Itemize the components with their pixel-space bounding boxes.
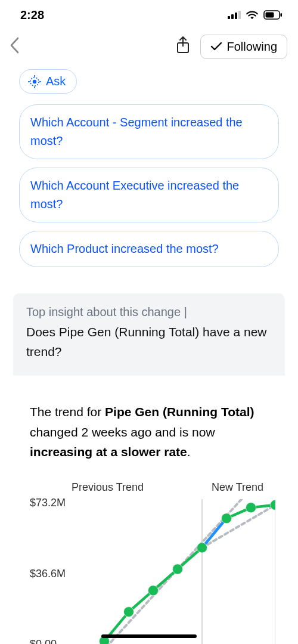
- ask-ai-icon: [28, 75, 41, 88]
- suggestion-segment[interactable]: Which Account - Segment increased the mo…: [19, 104, 279, 159]
- svg-rect-0: [228, 16, 230, 19]
- trend-text: The trend for Pipe Gen (Running Total) c…: [30, 402, 275, 462]
- cellular-icon: [228, 11, 241, 19]
- following-label: Following: [227, 40, 277, 54]
- home-indicator: [101, 634, 197, 638]
- ask-entry-button[interactable]: Ask: [19, 69, 77, 94]
- status-icons: [228, 10, 283, 20]
- back-button[interactable]: [8, 36, 21, 57]
- suggestion-ae[interactable]: Which Account Executive increased the mo…: [19, 168, 279, 222]
- svg-point-27: [221, 513, 231, 524]
- svg-point-24: [148, 586, 158, 596]
- suggestion-product[interactable]: Which Product increased the most?: [19, 231, 279, 267]
- svg-rect-1: [231, 14, 234, 19]
- svg-point-23: [123, 606, 134, 617]
- svg-rect-2: [235, 13, 237, 19]
- status-time: 2:28: [20, 8, 44, 22]
- svg-point-28: [246, 503, 256, 513]
- following-button[interactable]: Following: [200, 35, 287, 59]
- content: Ask Which Account - Segment increased th…: [0, 69, 298, 644]
- chevron-left-icon: [8, 36, 21, 54]
- ask-label: Ask: [46, 75, 66, 88]
- trend-chart: Previous Trend New Trend $73.2M $36.6M $…: [30, 481, 275, 644]
- share-icon: [175, 36, 191, 55]
- battery-icon: [263, 10, 283, 20]
- chart-plot: [80, 499, 275, 644]
- wifi-icon: [246, 10, 259, 20]
- svg-rect-3: [238, 11, 241, 19]
- y-tick-mid: $36.6M: [30, 567, 66, 580]
- svg-point-26: [197, 543, 207, 553]
- share-button[interactable]: [175, 36, 191, 57]
- y-tick-bottom: $0.00: [30, 638, 57, 644]
- svg-point-25: [172, 564, 182, 574]
- chart-label-previous-trend: Previous Trend: [72, 481, 144, 494]
- insight-question: Does Pipe Gen (Running Total) have a new…: [26, 323, 272, 361]
- svg-point-10: [33, 79, 36, 83]
- insight-card[interactable]: Top insight about this change | Does Pip…: [13, 293, 285, 376]
- checkmark-icon: [210, 42, 222, 51]
- trend-explanation: The trend for Pipe Gen (Running Total) c…: [30, 402, 275, 644]
- trend-emphasis: increasing at a slower rate: [30, 445, 187, 459]
- y-tick-top: $73.2M: [30, 497, 66, 509]
- trend-metric: Pipe Gen (Running Total): [105, 405, 254, 419]
- trend-text-mid: changed 2 weeks ago and is now: [30, 425, 215, 439]
- nav-bar: Following: [0, 30, 298, 63]
- insight-top-label: Top insight about this change |: [26, 305, 272, 319]
- chart-label-new-trend: New Trend: [212, 481, 263, 494]
- trend-text-prefix: The trend for: [30, 405, 105, 419]
- svg-rect-6: [281, 13, 283, 17]
- svg-rect-5: [266, 13, 274, 18]
- trend-text-suffix: .: [187, 445, 191, 459]
- svg-line-20: [202, 505, 275, 548]
- status-bar: 2:28: [0, 0, 298, 30]
- chart-y-axis: $73.2M $36.6M $0.00: [30, 499, 79, 644]
